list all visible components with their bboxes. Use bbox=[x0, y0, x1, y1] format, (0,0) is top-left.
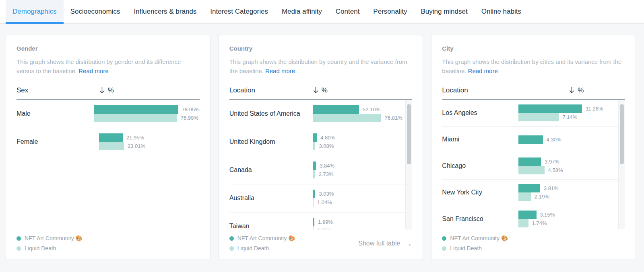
sort-descending-icon bbox=[99, 87, 105, 94]
primary-bar-line: 11.26% bbox=[518, 104, 618, 113]
legend: NFT Art Community 🎨 Liquid Death bbox=[229, 235, 295, 252]
table-header: Location % bbox=[229, 86, 413, 100]
legend-item-nft-art-community: NFT Art Community 🎨 bbox=[17, 235, 83, 241]
tab-media-affinity[interactable]: Media affinity bbox=[275, 0, 329, 23]
row-bars: 52.10% 76.81% bbox=[313, 105, 406, 122]
tab-influencers-brands[interactable]: Influencers & brands bbox=[127, 0, 203, 23]
tab-content[interactable]: Content bbox=[329, 0, 367, 23]
primary-bar bbox=[518, 104, 582, 113]
primary-bar-line: 4.80% bbox=[313, 133, 406, 142]
table-row: Los Angeles 11.26% 7.14% bbox=[442, 100, 618, 127]
legend-dot-icon bbox=[229, 236, 234, 241]
legend-dot-icon bbox=[17, 236, 21, 241]
table-rows: United States of America 52.10% 76.81% U… bbox=[229, 100, 406, 230]
row-label: Female bbox=[17, 137, 99, 146]
baseline-bar-line: 2.19% bbox=[518, 192, 618, 201]
card-footer: NFT Art Community 🎨 Liquid Death Show fu… bbox=[229, 229, 413, 252]
row-bars: 3.84% 2.73% bbox=[313, 162, 406, 178]
primary-bar-line: 78.05% bbox=[94, 105, 200, 114]
card-city: City This graph shows the distribution b… bbox=[431, 35, 636, 260]
baseline-bar-line: 1.04% bbox=[313, 198, 406, 207]
tab-label: Media affinity bbox=[282, 8, 322, 16]
primary-bar bbox=[313, 162, 316, 170]
primary-bar-line: 3.97% bbox=[518, 157, 618, 166]
baseline-bar-line: 1.74% bbox=[518, 219, 618, 227]
baseline-bar bbox=[313, 142, 316, 150]
baseline-bar bbox=[94, 114, 177, 122]
tab-socioeconomics[interactable]: Socioeconomics bbox=[64, 0, 127, 23]
baseline-value: 4.58% bbox=[548, 167, 563, 173]
row-bars: 4.30% bbox=[518, 135, 618, 144]
percent-header-label: % bbox=[108, 86, 114, 94]
table-row: Female 21.95% 23.01% bbox=[17, 128, 200, 156]
primary-bar-line: 1.99% bbox=[313, 218, 406, 226]
baseline-value: 1.04% bbox=[317, 199, 332, 205]
tab-online-habits[interactable]: Online habits bbox=[475, 0, 528, 23]
row-bars: 3.81% 2.19% bbox=[518, 184, 618, 201]
card-footer: NFT Art Community 🎨 Liquid Death → bbox=[17, 229, 200, 252]
read-more-link[interactable]: Read more bbox=[468, 67, 498, 74]
primary-value: 3.81% bbox=[544, 185, 559, 191]
row-label: United States of America bbox=[229, 109, 313, 118]
legend-label: Liquid Death bbox=[25, 245, 56, 252]
scrollbar-thumb[interactable] bbox=[620, 104, 624, 164]
row-bars: 78.05% 76.99% bbox=[94, 105, 200, 122]
table-row: Australia 3.03% 1.04% bbox=[229, 184, 406, 213]
primary-bar-line: 3.03% bbox=[313, 190, 406, 198]
primary-value: 3.15% bbox=[540, 212, 555, 218]
tab-label: Online habits bbox=[481, 8, 521, 16]
primary-bar bbox=[518, 211, 536, 219]
column-header-sort[interactable]: % bbox=[99, 86, 114, 94]
table-rows: Male 78.05% 76.99% Female 21.95% 23.01% bbox=[17, 100, 200, 156]
tab-label: Demographics bbox=[12, 8, 57, 16]
baseline-value: 2.19% bbox=[535, 194, 549, 200]
baseline-bar bbox=[518, 166, 544, 174]
legend-item-liquid-death: Liquid Death bbox=[17, 245, 83, 252]
tab-label: Personality bbox=[373, 8, 407, 16]
table-row: San Francisco 3.15% 1.74% bbox=[442, 206, 618, 230]
row-label: United Kingdom bbox=[229, 137, 313, 146]
scrollbar-thumb[interactable] bbox=[407, 104, 411, 164]
column-header-label: Location bbox=[229, 86, 313, 94]
tab-label: Influencers & brands bbox=[134, 8, 196, 16]
legend-label: Liquid Death bbox=[237, 245, 269, 252]
show-full-table-link[interactable]: Show full table → bbox=[358, 239, 412, 247]
table-header: Sex % bbox=[17, 86, 200, 100]
legend-item-nft-art-community: NFT Art Community 🎨 bbox=[442, 235, 508, 241]
baseline-bar bbox=[313, 226, 314, 229]
table-row: Taiwan 1.99% 0.25% bbox=[229, 213, 406, 230]
primary-bar bbox=[313, 105, 359, 114]
table-row: Miami 4.30% bbox=[442, 127, 618, 153]
tab-interest-categories[interactable]: Interest Categories bbox=[203, 0, 275, 23]
row-bars: 21.95% 23.01% bbox=[99, 133, 200, 150]
row-label: Australia bbox=[229, 193, 313, 202]
baseline-bar bbox=[313, 170, 315, 178]
primary-value: 21.95% bbox=[126, 135, 144, 141]
baseline-bar bbox=[313, 198, 314, 207]
baseline-bar-line: 7.14% bbox=[518, 113, 618, 121]
column-header-sort[interactable]: % bbox=[569, 86, 584, 94]
legend: NFT Art Community 🎨 Liquid Death bbox=[442, 235, 508, 252]
card-description: This graph shows the distribution by cit… bbox=[442, 57, 623, 76]
table-header: Location % bbox=[442, 86, 625, 100]
primary-bar bbox=[518, 157, 541, 166]
tab-label: Buying mindset bbox=[421, 8, 467, 16]
card-description: This graph shows the distribution by gen… bbox=[17, 57, 198, 76]
primary-value: 11.26% bbox=[586, 106, 603, 112]
tab-buying-mindset[interactable]: Buying mindset bbox=[414, 0, 474, 23]
baseline-bar bbox=[99, 142, 124, 150]
primary-value: 4.30% bbox=[547, 137, 561, 143]
card-gender: Gender This graph shows the distribution… bbox=[6, 35, 211, 260]
baseline-bar bbox=[518, 113, 559, 121]
tab-personality[interactable]: Personality bbox=[366, 0, 414, 23]
row-bars: 3.97% 4.58% bbox=[518, 157, 618, 174]
tab-demographics[interactable]: Demographics bbox=[6, 0, 64, 23]
card-footer: NFT Art Community 🎨 Liquid Death → bbox=[442, 229, 625, 252]
read-more-link[interactable]: Read more bbox=[78, 67, 108, 74]
baseline-value: 0.25% bbox=[317, 227, 332, 229]
column-header-sort[interactable]: % bbox=[313, 86, 328, 94]
row-label: Male bbox=[17, 109, 94, 118]
card-description-text: This graph shows the distribution by cou… bbox=[229, 58, 407, 74]
baseline-value: 76.99% bbox=[181, 115, 198, 121]
read-more-link[interactable]: Read more bbox=[265, 67, 295, 74]
